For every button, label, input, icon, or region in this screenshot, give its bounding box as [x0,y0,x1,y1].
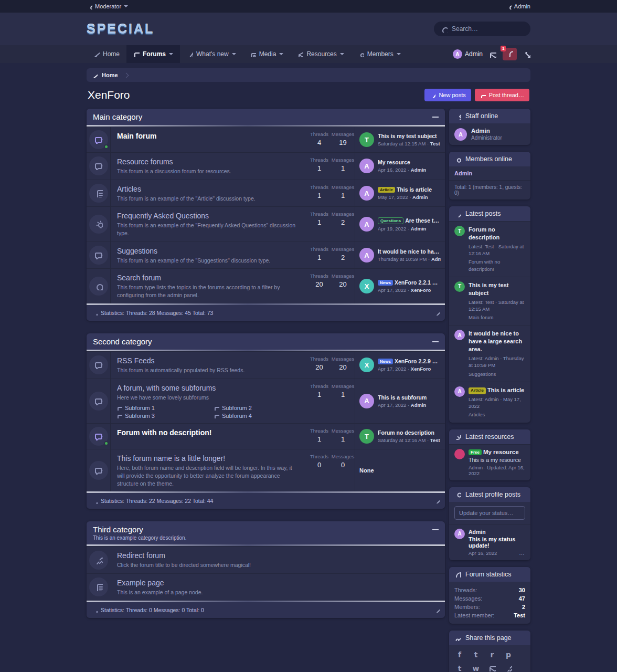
latest-post-author[interactable]: XenForo [411,287,431,293]
latest-post-title[interactable]: My resource [378,159,426,165]
forum-row-main-forum[interactable]: Main forum Threads4 Messages19 T This is… [87,127,445,152]
scroll-top-button[interactable] [434,496,440,506]
latest-post-author[interactable]: XenForo [411,366,431,372]
reddit-icon[interactable]: r [488,650,496,659]
forum-row-subforums[interactable]: A forum, with some subforums Here we hav… [87,379,445,424]
subforum-link[interactable]: Subforum 1 [117,405,214,411]
category-title[interactable]: Third category [93,525,186,534]
scroll-top-button[interactable] [434,308,440,318]
latest-post-item[interactable]: A It would be nice to have a large searc… [449,325,530,381]
site-logo[interactable]: SPECIAL [87,22,154,37]
moderator-menu[interactable]: Moderator [87,3,128,9]
forum-link[interactable]: Frequently Asked Questions [117,212,301,220]
copy-link-icon[interactable] [504,664,513,672]
forum-link[interactable]: Example page [117,579,439,587]
forum-link[interactable]: Forum with no description! [117,428,301,437]
latest-post-item[interactable]: T This is my test subject Latest: Test ·… [449,277,530,326]
account-menu[interactable]: A Admin [453,49,483,59]
resource-title[interactable]: My resource [483,449,519,455]
post-forum[interactable]: Main forum [469,314,525,321]
nav-item-forums[interactable]: Forums [126,45,180,63]
post-forum[interactable]: Suggestions [469,371,525,377]
forum-link[interactable]: Redirect forum [117,551,439,560]
search-input[interactable] [452,25,515,33]
email-share-icon[interactable] [488,664,496,672]
post-title[interactable]: Forum no description [469,226,525,242]
latest-post-title[interactable]: This is my test subject [378,133,440,139]
avatar[interactable]: X [359,358,374,372]
scroll-top-button[interactable] [434,605,440,615]
staff-name[interactable]: Admin [471,128,502,134]
twitter-icon[interactable]: t [472,650,480,659]
avatar[interactable]: A [359,248,374,262]
inbox-envelope-icon[interactable] [489,50,496,58]
staff-user[interactable]: A Admin Administrator [454,128,525,141]
profile-post-author[interactable]: Admin [469,529,525,535]
resource-item[interactable]: FreeMy resource This is a my resource Ad… [449,444,530,480]
latest-post-title[interactable]: Forum no description [378,429,440,436]
latest-post-author[interactable]: Admin [431,256,441,262]
forum-link[interactable]: Search forum [117,274,301,282]
subforum-link[interactable]: Subforum 2 [214,405,311,411]
forum-row-faq[interactable]: Frequently Asked Questions This forum is… [87,206,445,241]
forum-row-longer-name[interactable]: This forum name is a little longer! Here… [87,449,445,491]
collapse-icon[interactable] [432,117,439,118]
forum-link[interactable]: Main forum [117,132,301,140]
post-title[interactable]: This is my test subject [469,281,525,297]
avatar[interactable]: T [359,429,374,444]
status-update-input[interactable] [454,506,525,520]
nav-item-members[interactable]: Members [351,45,408,63]
latest-post-author[interactable]: Test [430,437,440,443]
latest-post-title[interactable]: This is article [397,186,432,193]
avatar[interactable]: T [359,132,374,147]
topbar-admin-link[interactable]: Admin [506,3,530,9]
forum-row-search-forum[interactable]: Search forum This forum type lists the t… [87,268,445,303]
forum-row-resource-forums[interactable]: Resource forums This forum is a discussi… [87,152,445,180]
search-box[interactable] [434,22,530,36]
online-member-link[interactable]: Admin [449,166,530,181]
subforum-link[interactable]: Subforum 3 [117,413,214,419]
forum-row-rss-feeds[interactable]: RSS Feeds This forum is automatically po… [87,351,445,379]
latest-post-item[interactable]: A ArticleThis is article Latest: Admin ·… [449,382,530,423]
forum-link[interactable]: Articles [117,185,301,193]
avatar[interactable]: A [359,394,374,408]
nav-item-media[interactable]: Media [243,45,291,63]
forum-row-example-page[interactable]: Example page This is an example of a pag… [87,573,445,601]
latest-post-author[interactable]: Admin [412,194,428,200]
post-thread-button[interactable]: Post thread… [475,89,529,101]
post-forum[interactable]: Forum with no description! [469,258,525,272]
breadcrumb-home[interactable]: Home [102,72,118,78]
avatar[interactable]: X [359,279,374,293]
pinterest-icon[interactable]: p [504,650,513,659]
whatsapp-icon[interactable]: w [472,664,480,672]
forum-link[interactable]: Suggestions [117,247,301,255]
collapse-icon[interactable] [432,341,439,342]
post-title[interactable]: It would be nice to have a large search … [469,330,525,353]
latest-post-title[interactable]: XenForo 2.2.9 Released [395,358,441,364]
latest-post-title[interactable]: It would be nice to have a large s… [378,248,441,255]
forum-row-articles[interactable]: Articles This forum is an example of the… [87,180,445,207]
latest-post-title[interactable]: Are these themes cust… [405,217,441,224]
post-forum[interactable]: Articles [469,411,525,418]
collapse-icon[interactable] [432,529,439,530]
nav-item-home[interactable]: Home [87,45,126,63]
avatar[interactable]: A [359,159,374,173]
forum-link[interactable]: This forum name is a little longer! [117,454,301,463]
forum-link[interactable]: Resource forums [117,158,301,166]
nav-item-resources[interactable]: Resources [290,45,350,63]
latest-post-author[interactable]: Test [430,141,440,146]
facebook-icon[interactable]: f [455,650,464,659]
alerts-button[interactable]: 1 [503,48,517,60]
forum-row-no-description[interactable]: Forum with no description! Threads1 Mess… [87,423,445,449]
admin-tools-icon[interactable] [523,50,530,58]
avatar[interactable]: A [359,186,374,201]
latest-member-link[interactable]: Test [514,612,525,618]
latest-post-author[interactable]: Admin [411,402,427,408]
tumblr-icon[interactable]: t [455,664,464,672]
forum-row-redirect[interactable]: Redirect forum Click the forum title to … [87,546,445,573]
latest-post-item[interactable]: T Forum no description Latest: Test · Sa… [449,221,530,277]
latest-post-title[interactable]: XenForo 2.2.1 Released (In… [395,279,441,286]
post-title[interactable]: This is article [487,387,524,393]
nav-item-whats-new[interactable]: What's new [180,45,243,63]
more-menu-icon[interactable]: … [519,550,525,556]
